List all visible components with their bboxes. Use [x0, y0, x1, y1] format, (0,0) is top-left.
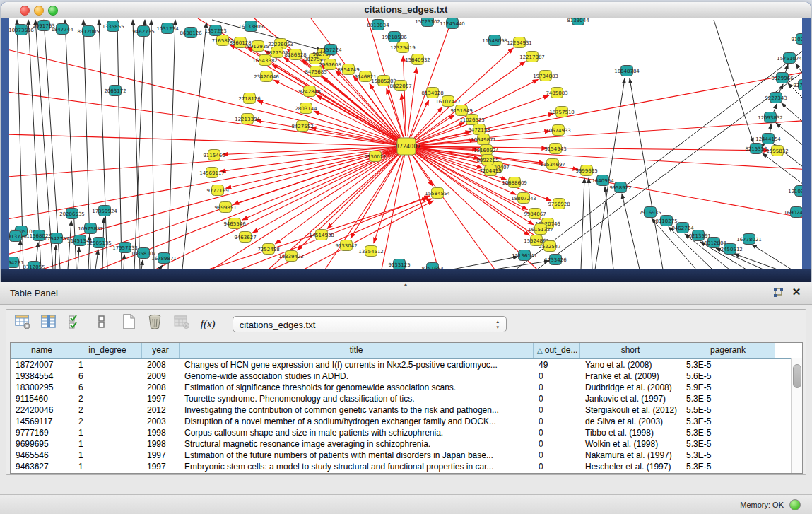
- network-node[interactable]: 19218506: [382, 32, 407, 42]
- network-edge-black[interactable]: [133, 20, 140, 269]
- network-node[interactable]: 8312055: [23, 262, 45, 270]
- network-edge-black[interactable]: [630, 78, 663, 269]
- network-node[interactable]: 10975887: [78, 223, 103, 234]
- network-node[interactable]: 10213591: [686, 230, 711, 241]
- network-node[interactable]: 1733426: [544, 255, 567, 265]
- network-node[interactable]: 9463627: [234, 232, 256, 243]
- function-fx-icon[interactable]: f(x): [197, 313, 218, 334]
- close-panel-icon[interactable]: ✕: [791, 286, 802, 298]
- network-edge-black[interactable]: [605, 187, 613, 269]
- table-row[interactable]: 946554611997Estimation of the future num…: [11, 450, 802, 461]
- network-node[interactable]: 10073516: [9, 25, 34, 35]
- network-node[interactable]: 7916935: [639, 207, 661, 218]
- network-edge-black[interactable]: [589, 178, 592, 269]
- network-node[interactable]: 1595832: [766, 146, 788, 156]
- delete-table-icon[interactable]: [171, 313, 192, 334]
- table-row[interactable]: 2242004622012Investigating the contribut…: [11, 404, 802, 416]
- network-node[interactable]: 1335855: [102, 21, 124, 32]
- network-node[interactable]: 17359924: [92, 206, 117, 216]
- network-node[interactable]: 8910275: [655, 216, 677, 226]
- network-node[interactable]: 8133044: [567, 18, 589, 25]
- network-node[interactable]: 16902410: [784, 207, 802, 218]
- new-table-icon[interactable]: [118, 313, 139, 334]
- column-header-short[interactable]: short: [580, 343, 681, 358]
- network-node[interactable]: 16778021: [736, 234, 762, 245]
- memory-status-indicator[interactable]: [789, 499, 801, 510]
- network-node[interactable]: 2803144: [295, 103, 317, 114]
- network-node[interactable]: 12093832: [758, 112, 783, 123]
- table-row[interactable]: 969969511998Structural magnetic resonanc…: [11, 438, 802, 450]
- network-node[interactable]: 8215353: [745, 144, 767, 154]
- column-header-year[interactable]: year: [142, 343, 180, 358]
- network-edge-black[interactable]: [622, 194, 640, 269]
- network-node[interactable]: 2063172: [104, 86, 126, 96]
- network-edge-red[interactable]: [276, 152, 399, 243]
- table-row[interactable]: 946362711997Embryonic stem cells: a mode…: [11, 461, 802, 472]
- network-node[interactable]: 12325419: [390, 42, 416, 53]
- network-edge-black[interactable]: [763, 153, 802, 191]
- network-node[interactable]: 1640954: [592, 175, 614, 186]
- network-node[interactable]: 7485083: [546, 88, 567, 98]
- network-node[interactable]: 9272736: [793, 80, 802, 90]
- network-edge-black[interactable]: [44, 20, 60, 269]
- network-node[interactable]: 9699695: [575, 165, 597, 176]
- network-node[interactable]: 16648784: [614, 66, 640, 76]
- network-node[interactable]: 14514938: [309, 230, 334, 240]
- table-vertical-scrollbar[interactable]: [791, 358, 802, 473]
- network-node[interactable]: 2718126: [238, 93, 261, 104]
- network-edge-black[interactable]: [68, 221, 71, 269]
- network-edge-black[interactable]: [168, 20, 175, 269]
- column-header-in_degree[interactable]: in_degree: [73, 343, 142, 358]
- network-node[interactable]: 9133125: [388, 259, 410, 270]
- network-edge-red[interactable]: [322, 77, 399, 140]
- table-row[interactable]: 1830029562008Estimation of significance …: [11, 382, 802, 393]
- network-node[interactable]: 9227343: [765, 93, 787, 103]
- network-node[interactable]: 12444154: [755, 134, 781, 144]
- network-edge-black[interactable]: [124, 255, 124, 269]
- network-node[interactable]: 12213394: [235, 114, 260, 124]
- window-titlebar[interactable]: citations_edges.txt: [1, 2, 811, 18]
- network-node[interactable]: 15640932: [405, 54, 430, 65]
- table-row[interactable]: 1938455462009Genome-wide association stu…: [11, 370, 802, 382]
- network-node[interactable]: 12254931: [507, 37, 532, 48]
- network-edge-black[interactable]: [714, 20, 753, 143]
- table-row[interactable]: 977716911998Corpus callosum shape and si…: [11, 427, 802, 438]
- network-node[interactable]: 12103165: [788, 186, 802, 197]
- network-node[interactable]: 10674933: [546, 125, 571, 136]
- network-edge-black[interactable]: [516, 44, 802, 269]
- network-node[interactable]: 11245440: [440, 18, 465, 29]
- network-node[interactable]: 9694231: [9, 257, 24, 268]
- network-node[interactable]: 9777169: [206, 185, 228, 196]
- table-row[interactable]: 1872400712008Changes of HCN gene express…: [11, 359, 802, 370]
- network-edge-black[interactable]: [782, 103, 802, 130]
- network-node[interactable]: 9154943: [544, 144, 566, 154]
- row-toggle-icon[interactable]: [91, 313, 112, 334]
- network-edge-red[interactable]: [406, 18, 452, 146]
- network-node[interactable]: 8134928: [421, 88, 443, 98]
- network-node[interactable]: 9115460: [203, 150, 225, 160]
- network-node[interactable]: 9699851: [214, 202, 236, 213]
- network-edge-black[interactable]: [141, 260, 143, 269]
- network-node[interactable]: 16339422: [278, 251, 304, 262]
- network-node[interactable]: 9462734: [671, 223, 694, 233]
- network-node[interactable]: 9756928: [548, 199, 570, 209]
- network-edge-black[interactable]: [134, 20, 145, 269]
- network-node[interactable]: 11534697: [540, 159, 565, 170]
- network-edge-red[interactable]: [416, 123, 464, 143]
- network-node[interactable]: 8638126: [180, 28, 202, 38]
- scrollbar-thumb[interactable]: [793, 364, 801, 388]
- network-edge-black[interactable]: [78, 247, 79, 269]
- network-node[interactable]: 15584554: [425, 188, 450, 199]
- network-node[interactable]: 10688609: [502, 177, 527, 188]
- column-header-title[interactable]: title: [180, 343, 534, 358]
- network-node[interactable]: 8251654: [421, 263, 444, 270]
- network-edge-black[interactable]: [595, 78, 625, 269]
- column-header-pagerank[interactable]: pagerank: [681, 343, 775, 358]
- network-edge-black[interactable]: [95, 250, 98, 269]
- network-node[interactable]: 8912005: [77, 26, 99, 37]
- network-node[interactable]: 16107427: [435, 96, 461, 107]
- float-window-icon[interactable]: [772, 287, 784, 298]
- network-edge-black[interactable]: [182, 23, 206, 269]
- table-mode-icon[interactable]: [12, 313, 33, 334]
- network-edge-black[interactable]: [752, 245, 792, 269]
